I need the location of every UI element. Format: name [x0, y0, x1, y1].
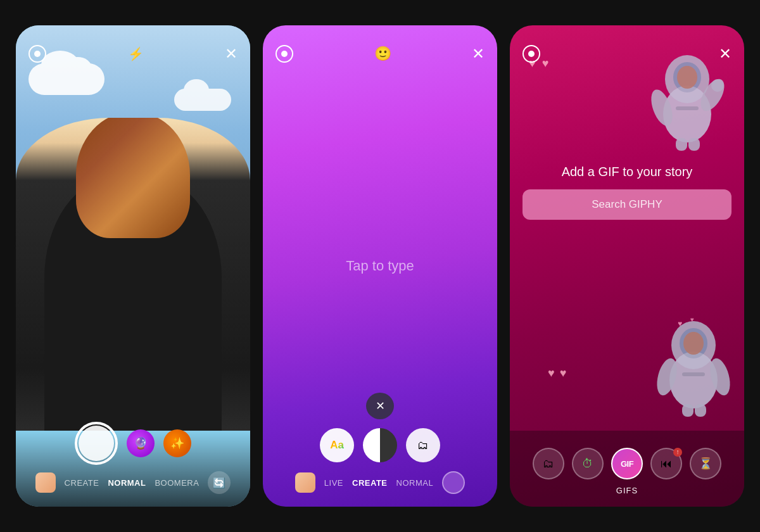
hearts-bottom: ♥ ♥: [548, 367, 566, 380]
sticker-layout-button[interactable]: 🗂: [533, 448, 564, 479]
settings-icon[interactable]: [28, 45, 46, 63]
svg-point-19: [680, 328, 707, 358]
text-aa-label: Aa: [330, 439, 344, 452]
color-picker-button[interactable]: [363, 428, 397, 462]
svg-text:♥: ♥: [678, 319, 682, 328]
text-style-button[interactable]: Aa: [320, 428, 354, 462]
nav-label-normal[interactable]: NORMAL: [108, 478, 146, 488]
close-icon[interactable]: ✕: [719, 46, 732, 61]
nav-label-live[interactable]: LIVE: [324, 478, 343, 488]
sticker-sand-timer-button[interactable]: ⏳: [690, 448, 721, 479]
nav-label-normal[interactable]: NORMAL: [396, 478, 434, 488]
close-icon[interactable]: ✕: [472, 46, 484, 61]
camera-flip-button[interactable]: 🔄: [208, 471, 231, 494]
heart-icon-4: ♥: [560, 367, 567, 380]
layout-button[interactable]: 🗂: [406, 428, 440, 462]
svg-rect-17: [695, 404, 706, 417]
color-swatch[interactable]: [442, 471, 465, 494]
avatar[interactable]: [295, 472, 315, 493]
top-bar: 🙂 ✕: [263, 25, 497, 70]
sticker-rewind-button[interactable]: ⏮ !: [650, 448, 682, 479]
svg-rect-9: [676, 106, 699, 110]
bottom-bar: ✕ Aa 🗂 LIVE CREATE NORMAL: [263, 393, 497, 507]
avatar[interactable]: [35, 472, 56, 493]
astronaut-sticker-bottom[interactable]: ♥ ♥: [649, 317, 738, 418]
nav-label-boomerang[interactable]: BOOMERA: [155, 478, 199, 488]
bottom-bar: 🗂 ⏱ GIF ⏮ ! ⏳ GIFS: [510, 431, 744, 507]
filter-purple-button[interactable]: 🔮: [127, 429, 155, 457]
cloud-2: [174, 89, 231, 111]
close-icon[interactable]: ✕: [225, 46, 238, 61]
flash-icon[interactable]: ⚡: [128, 46, 144, 61]
filter-orange-button[interactable]: ✨: [163, 429, 191, 457]
person-photo: [16, 118, 250, 431]
svg-rect-20: [682, 372, 705, 376]
text-tools: Aa 🗂: [320, 428, 440, 462]
mode-nav: LIVE CREATE NORMAL: [295, 471, 465, 494]
shutter-button[interactable]: [75, 422, 118, 465]
top-bar: ⚡ ✕: [16, 25, 250, 70]
svg-point-13: [669, 352, 718, 408]
phone-1: ⚡ ✕ 🔮 ✨ CREATE NORMAL BOOMERA 🔄: [16, 25, 250, 507]
svg-rect-5: [676, 138, 687, 151]
phone-3: ♥ ♥ ♥ ♥: [510, 25, 744, 507]
search-giphy-input[interactable]: Search GIPHY: [522, 189, 732, 220]
gifs-section-label: GIFS: [616, 486, 638, 495]
sticker-timer-button[interactable]: ⏱: [572, 448, 604, 479]
person-hair: [76, 118, 190, 238]
settings-icon[interactable]: [522, 45, 540, 63]
camera-controls: 🔮 ✨: [75, 422, 191, 465]
shutter-inner: [79, 426, 114, 461]
top-bar: ✕: [510, 25, 744, 70]
sticker-gif-button[interactable]: GIF: [611, 448, 643, 479]
phone-2: 🙂 ✕ Tap to type ✕ Aa 🗂 LIVE CREATE NORMA…: [263, 25, 497, 507]
sticker-tools: 🗂 ⏱ GIF ⏮ ! ⏳: [533, 448, 721, 479]
nav-label-create[interactable]: CREATE: [352, 478, 387, 488]
svg-rect-16: [682, 404, 694, 417]
heart-icon-3: ♥: [548, 367, 555, 380]
settings-icon[interactable]: [276, 45, 293, 63]
svg-point-10: [711, 79, 724, 92]
face-effects-icon[interactable]: 🙂: [374, 46, 391, 62]
svg-text:♥: ♥: [690, 317, 694, 323]
tap-to-type-hint[interactable]: Tap to type: [346, 258, 414, 274]
bottom-bar: 🔮 ✨ CREATE NORMAL BOOMERA 🔄: [16, 431, 250, 507]
dismiss-button[interactable]: ✕: [366, 393, 394, 419]
bottom-nav: CREATE NORMAL BOOMERA 🔄: [35, 471, 231, 494]
svg-rect-6: [688, 138, 700, 151]
gif-panel: Add a GIF to your story Search GIPHY: [510, 165, 744, 220]
add-gif-title: Add a GIF to your story: [562, 165, 693, 179]
nav-label-create[interactable]: CREATE: [65, 478, 99, 488]
